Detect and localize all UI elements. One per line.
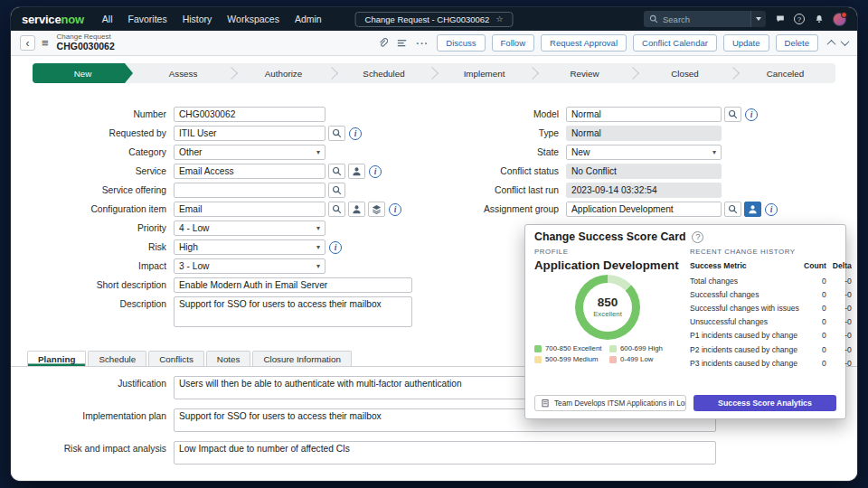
chevron-down-icon[interactable] xyxy=(841,37,850,46)
conflict-calendar-button[interactable]: Conflict Calendar xyxy=(633,34,717,52)
activity-stream-icon[interactable] xyxy=(395,37,408,50)
form-content: New Assess Authorize Scheduled Implement… xyxy=(11,56,857,481)
nav-history[interactable]: History xyxy=(183,14,212,24)
notifications-bell-icon[interactable] xyxy=(813,14,825,25)
table-row: P3 incidents caused by change0-0 xyxy=(690,356,852,370)
number-input[interactable] xyxy=(174,107,326,122)
tab-schedule[interactable]: Schedule xyxy=(88,351,146,366)
requested-by-input[interactable] xyxy=(174,126,326,141)
configuration-item-owner-icon[interactable] xyxy=(348,202,365,217)
table-row: P1 incidents caused by change0-0 xyxy=(690,329,852,343)
assignment-group-row: Assignment group i xyxy=(414,202,848,217)
assignment-group-info-icon[interactable]: i xyxy=(765,203,778,216)
paperclip-icon[interactable] xyxy=(376,37,389,50)
requested-by-lookup-icon[interactable] xyxy=(328,126,345,141)
state-select[interactable]: New▾ xyxy=(566,145,722,160)
priority-select[interactable]: 4 - Low▾ xyxy=(174,221,326,236)
assignment-group-lookup-icon[interactable] xyxy=(724,202,741,217)
nav-all[interactable]: All xyxy=(102,14,113,24)
configuration-item-lookup-icon[interactable] xyxy=(328,202,345,217)
category-select[interactable]: Other▾ xyxy=(174,145,326,160)
search-input[interactable] xyxy=(663,14,735,24)
model-lookup-icon[interactable] xyxy=(724,107,741,122)
servicenow-logo[interactable]: servicenow xyxy=(22,13,84,26)
change-success-scorecard-popup: Change Success Score Card ? PROFILE Appl… xyxy=(524,224,846,419)
impact-select[interactable]: 3 - Low▾ xyxy=(174,258,326,274)
category-label: Category xyxy=(24,147,166,157)
chat-icon[interactable] xyxy=(774,14,786,25)
tab-notes[interactable]: Notes xyxy=(206,351,251,366)
description-label: Description xyxy=(24,299,166,309)
favorite-star-icon[interactable]: ☆ xyxy=(495,14,503,23)
short-description-input[interactable] xyxy=(174,277,412,293)
model-info-icon[interactable]: i xyxy=(745,108,758,121)
table-row: Successful changes0-0 xyxy=(690,287,852,301)
scorecard-history: RECENT CHANGE HISTORY Success Metric Cou… xyxy=(681,248,852,390)
service-info-icon[interactable]: i xyxy=(369,165,382,178)
requested-by-row: Requested by i xyxy=(24,126,412,141)
number-label: Number xyxy=(24,109,166,119)
metrics-table: Success Metric Count Delta Total changes… xyxy=(690,258,852,370)
tab-closure-information[interactable]: Closure Information xyxy=(252,351,352,366)
follow-button[interactable]: Follow xyxy=(492,34,534,52)
update-button[interactable]: Update xyxy=(723,34,769,52)
scorecard-title: Change Success Score Card xyxy=(534,230,685,243)
impact-label: Impact xyxy=(24,261,166,271)
legend-item: 700-850 Excellent xyxy=(534,344,606,352)
configuration-item-input[interactable] xyxy=(174,202,326,217)
description-row: Description Support for SSO for users to… xyxy=(24,296,412,327)
table-row: Total changes0-0 xyxy=(690,274,852,287)
delete-button[interactable]: Delete xyxy=(776,34,818,52)
number-row: Number xyxy=(24,107,412,122)
configuration-item-info-icon[interactable]: i xyxy=(389,203,401,216)
risk-info-icon[interactable]: i xyxy=(329,241,342,254)
nav-favorites[interactable]: Favorites xyxy=(128,14,167,24)
table-row: Successful changes with issues0-0 xyxy=(690,301,852,314)
search-scope-caret[interactable] xyxy=(750,11,766,27)
assignment-group-input[interactable] xyxy=(566,202,722,217)
record-pill[interactable]: Change Request - CHG0030062 ☆ xyxy=(355,12,514,27)
chevron-down-icon: ▾ xyxy=(316,148,320,156)
chevron-down-icon xyxy=(756,17,761,21)
service-owner-icon[interactable] xyxy=(348,164,365,179)
score-legend: 700-850 Excellent 600-699 High 500-599 M… xyxy=(534,344,681,363)
global-search[interactable] xyxy=(644,11,750,27)
service-offering-row: Service offering xyxy=(24,183,412,198)
assignment-group-preview-icon[interactable] xyxy=(744,202,761,217)
assignment-group-label: Assignment group xyxy=(414,204,559,214)
conflict-status-field: No Conflict xyxy=(566,164,722,179)
success-score-label: Excellent xyxy=(593,310,622,318)
risk-select[interactable]: High▾ xyxy=(174,239,326,255)
chevron-down-icon: ▾ xyxy=(316,262,320,270)
service-offering-input[interactable] xyxy=(174,183,326,198)
request-approval-button[interactable]: Request Approval xyxy=(541,34,627,52)
service-input[interactable] xyxy=(174,164,326,179)
more-actions-icon[interactable]: ··· xyxy=(416,38,429,49)
table-row: Unsuccessful changes0-0 xyxy=(690,315,852,329)
tab-planning[interactable]: Planning xyxy=(27,351,86,366)
back-button[interactable]: ‹ xyxy=(20,35,35,51)
nav-workspaces[interactable]: Workspaces xyxy=(227,14,279,24)
service-offering-lookup-icon[interactable] xyxy=(328,183,345,198)
discuss-button[interactable]: Discuss xyxy=(437,34,485,52)
chevron-up-icon[interactable] xyxy=(827,40,836,49)
configuration-item-related-icon[interactable] xyxy=(368,202,385,217)
scorecard-help-icon[interactable]: ? xyxy=(692,231,703,243)
stage-assess: Assess xyxy=(133,63,233,83)
requested-by-info-icon[interactable]: i xyxy=(349,127,362,140)
help-icon[interactable]: ? xyxy=(794,14,805,24)
service-lookup-icon[interactable] xyxy=(328,164,345,179)
model-input[interactable] xyxy=(566,107,722,122)
risk-impact-analysis-textarea[interactable]: Low Impact due to number of affected CIs xyxy=(174,441,716,465)
tab-conflicts[interactable]: Conflicts xyxy=(148,351,204,366)
success-score-analytics-button[interactable]: Success Score Analytics xyxy=(693,395,836,411)
stage-scheduled: Scheduled xyxy=(334,63,434,83)
profile-group-name: Application Development xyxy=(534,258,681,272)
context-menu-icon[interactable]: ≡ xyxy=(42,36,49,50)
user-avatar[interactable] xyxy=(833,13,846,26)
stage-implement: Implement xyxy=(434,63,534,83)
nav-admin[interactable]: Admin xyxy=(295,14,322,24)
record-nav xyxy=(828,40,848,46)
state-label: State xyxy=(414,147,559,157)
description-textarea[interactable]: Support for SSO for users to access thei… xyxy=(174,296,412,327)
